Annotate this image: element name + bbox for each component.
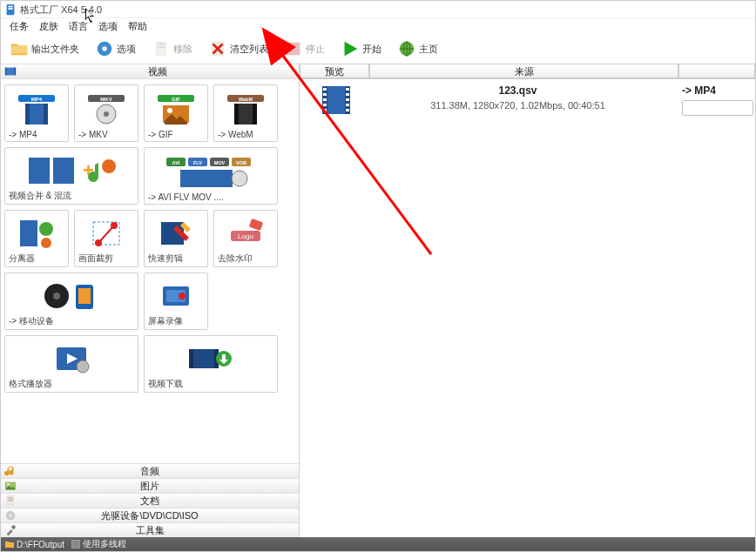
category-active[interactable]: 视频 [1, 64, 299, 79]
tile-label: -> 移动设备 [5, 315, 138, 327]
col-preview[interactable]: 预览 [300, 64, 369, 78]
category-tools[interactable]: 工具集 [1, 522, 299, 537]
tile-label: -> MKV [75, 130, 138, 139]
svg-rect-60 [78, 288, 91, 304]
tile-mkv[interactable]: MKV-> MKV [74, 84, 138, 142]
svg-rect-88 [346, 98, 349, 101]
svg-rect-14 [14, 68, 16, 76]
svg-rect-12 [5, 68, 16, 76]
tile-multi[interactable]: AVIFLVMOVVOB-> AVI FLV MOV .... [144, 147, 278, 205]
menu-options[interactable]: 选项 [93, 18, 123, 34]
category-document[interactable]: 文档 [1, 493, 299, 508]
tile-label: -> GIF [145, 130, 207, 139]
tile-label: 视频合并 & 混流 [5, 190, 138, 202]
tile-mobile[interactable]: -> 移动设备 [4, 273, 138, 330]
svg-rect-13 [5, 68, 7, 76]
svg-rect-31 [234, 104, 239, 125]
tile-label: 去除水印 [214, 252, 277, 265]
col-output[interactable] [678, 64, 755, 78]
svg-rect-74 [8, 500, 12, 501]
file-thumbnail-icon [321, 84, 352, 116]
tile-cut[interactable]: 快速剪辑 [144, 210, 208, 267]
nowm-icon: Logo [226, 211, 266, 252]
tile-label: 屏幕录像 [145, 315, 207, 327]
tile-dl[interactable]: 视频下载 [144, 335, 278, 393]
svg-rect-81 [323, 88, 327, 91]
file-output-field[interactable] [682, 100, 753, 116]
options-button[interactable]: 选项 [90, 37, 141, 60]
status-checkbox-label: 使用多线程 [83, 538, 126, 550]
menu-skin[interactable]: 皮肤 [34, 18, 64, 34]
output-folder-button[interactable]: 输出文件夹 [4, 37, 84, 60]
menu-bar: 任务 皮肤 语言 选项 帮助 [1, 18, 755, 34]
merge-icon: + [24, 148, 119, 190]
start-button[interactable]: 开始 [335, 37, 387, 60]
tile-label: 快速剪辑 [145, 252, 207, 265]
cut-icon [156, 211, 196, 252]
webm-icon: WebM [226, 85, 266, 130]
svg-rect-82 [323, 93, 327, 96]
category-image[interactable]: 图片 [1, 478, 299, 493]
video-icon [4, 65, 17, 77]
tile-crop[interactable]: 画面裁剪 [74, 210, 138, 267]
file-name: 123.qsv [357, 84, 678, 97]
mobile-icon [24, 273, 119, 315]
gear-icon [95, 39, 114, 58]
tile-label: 分离器 [5, 252, 68, 265]
tile-merge[interactable]: +视频合并 & 混流 [4, 147, 138, 205]
stop-icon [284, 39, 303, 58]
tile-player[interactable]: 格式播放器 [4, 335, 138, 393]
menu-lang[interactable]: 语言 [64, 18, 93, 34]
svg-point-36 [102, 159, 116, 173]
category-disc[interactable]: 光驱设备\DVD\CD\ISO [1, 508, 299, 522]
status-bar: D:\FFOutput 使用多线程 [1, 537, 755, 551]
svg-point-58 [53, 293, 60, 300]
tile-gif[interactable]: GIF-> GIF [144, 84, 208, 142]
status-output-path[interactable]: D:\FFOutput [17, 540, 64, 549]
tile-nowm[interactable]: Logo去除水印 [213, 210, 278, 267]
svg-rect-7 [157, 46, 165, 48]
globe-icon [397, 39, 416, 58]
tile-label: 格式播放器 [5, 378, 138, 390]
svg-point-71 [7, 483, 10, 486]
file-row[interactable]: 123.qsv 311.38M, 1280x720, 1.02Mbps, 00:… [300, 79, 755, 116]
svg-text:AVI: AVI [172, 159, 180, 165]
remove-button[interactable]: 移除 [146, 37, 198, 60]
folder-icon [10, 39, 29, 58]
home-button[interactable]: 主页 [392, 37, 443, 60]
svg-point-76 [10, 515, 12, 517]
dl-icon [163, 336, 259, 378]
file-output-format: -> MP4 [682, 84, 755, 97]
svg-rect-18 [25, 104, 30, 125]
mkv-icon: MKV [86, 85, 126, 130]
tile-split[interactable]: 分离器 [4, 210, 69, 267]
svg-point-65 [77, 360, 89, 373]
svg-rect-33 [29, 158, 50, 184]
play-icon [341, 39, 360, 58]
status-checkbox[interactable] [71, 540, 80, 549]
tile-mp4[interactable]: MP4-> MP4 [4, 84, 69, 142]
svg-rect-32 [253, 104, 257, 125]
right-pane: 预览 来源 123.qsv 311.38M, 1280x720, 1.02Mbp… [300, 64, 755, 537]
menu-help[interactable]: 帮助 [123, 18, 152, 34]
tile-label: -> WebM [214, 130, 277, 139]
svg-text:MOV: MOV [214, 159, 226, 165]
svg-text:VOB: VOB [236, 159, 246, 165]
svg-rect-73 [8, 498, 12, 499]
tile-webm[interactable]: WebM-> WebM [213, 84, 278, 142]
svg-rect-83 [323, 98, 327, 101]
player-icon [24, 336, 119, 378]
svg-rect-89 [346, 104, 349, 106]
col-source[interactable]: 来源 [369, 64, 678, 78]
tile-label: -> MP4 [5, 130, 68, 139]
tile-rec[interactable]: 屏幕录像 [144, 273, 208, 330]
svg-rect-6 [157, 44, 165, 45]
stop-button[interactable]: 停止 [279, 37, 330, 60]
svg-text:MP4: MP4 [31, 96, 43, 101]
folder-small-icon [4, 539, 15, 549]
mp4-icon: MP4 [17, 85, 57, 130]
menu-task[interactable]: 任务 [4, 18, 34, 34]
column-headers: 预览 来源 [300, 64, 755, 79]
clear-list-button[interactable]: 清空列表 [203, 37, 273, 60]
category-audio[interactable]: 音频 [1, 463, 299, 478]
